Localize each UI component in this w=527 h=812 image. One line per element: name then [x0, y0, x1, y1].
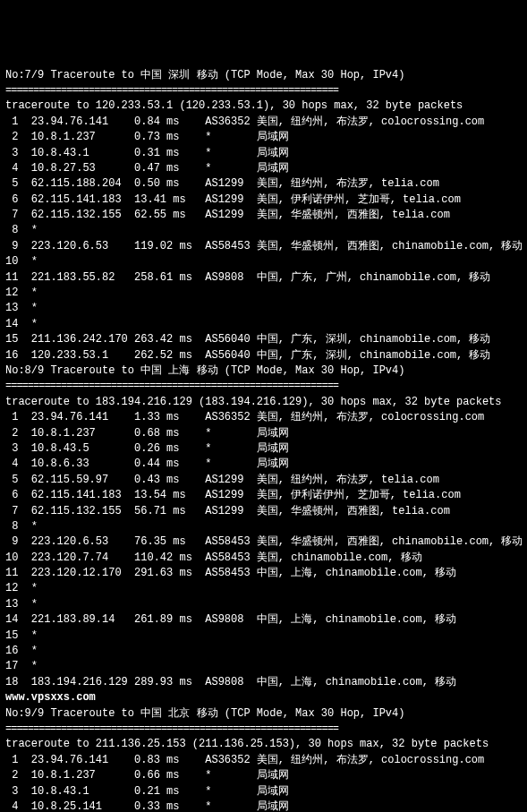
traceroute-hop: 1 23.94.76.141 0.84 ms AS36352 美国, 纽约州, …	[5, 115, 522, 130]
traceroute-hop: 12 *	[5, 286, 522, 301]
traceroute-hop: 17 *	[5, 659, 522, 674]
traceroute-hop: 18 183.194.216.129 289.93 ms AS9808 中国, …	[5, 675, 522, 690]
traceroute-hop: 16 120.233.53.1 262.52 ms AS56040 中国, 广东…	[5, 348, 522, 363]
traceroute-hop: 12 *	[5, 581, 522, 596]
traceroute-hop: 7 62.115.132.155 62.55 ms AS1299 美国, 华盛顿…	[5, 208, 522, 223]
traceroute-hop: 5 62.115.59.97 0.43 ms AS1299 美国, 纽约州, 布…	[5, 473, 522, 488]
traceroute-hop: 15 211.136.242.170 263.42 ms AS56040 中国,…	[5, 332, 522, 347]
traceroute-hop: 2 10.8.1.237 0.73 ms * 局域网	[5, 130, 522, 145]
traceroute-hop: 2 10.8.1.237 0.66 ms * 局域网	[5, 768, 522, 783]
separator: ========================================…	[5, 83, 522, 98]
watermark: www.vpsxxs.com	[5, 690, 522, 705]
traceroute-hop: 4 10.8.6.33 0.44 ms * 局域网	[5, 457, 522, 472]
traceroute-hop: 16 *	[5, 644, 522, 659]
traceroute-hop: 2 10.8.1.237 0.68 ms * 局域网	[5, 426, 522, 441]
traceroute-hop: 3 10.8.43.5 0.26 ms * 局域网	[5, 441, 522, 457]
separator: ========================================…	[5, 722, 522, 737]
traceroute-hop: 9 223.120.6.53 76.35 ms AS58453 美国, 华盛顿州…	[5, 534, 522, 550]
traceroute-hop: 1 23.94.76.141 1.33 ms AS36352 美国, 纽约州, …	[5, 410, 522, 425]
traceroute-hop: 6 62.115.141.183 13.54 ms AS1299 美国, 伊利诺…	[5, 488, 522, 503]
traceroute-hop: 1 23.94.76.141 0.83 ms AS36352 美国, 纽约州, …	[5, 753, 522, 768]
traceroute-hop: 6 62.115.141.183 13.41 ms AS1299 美国, 伊利诺…	[5, 192, 522, 208]
traceroute-title: No:7/9 Traceroute to 中国 深圳 移动 (TCP Mode,…	[5, 68, 522, 83]
traceroute-hop: 14 221.183.89.14 261.89 ms AS9808 中国, 上海…	[5, 612, 522, 628]
traceroute-hop: 8 *	[5, 223, 522, 238]
traceroute-hop: 11 221.183.55.82 258.61 ms AS9808 中国, 广东…	[5, 270, 522, 286]
traceroute-hop: 7 62.115.132.155 56.71 ms AS1299 美国, 华盛顿…	[5, 504, 522, 519]
traceroute-hop: 8 *	[5, 519, 522, 534]
traceroute-hop: 15 *	[5, 628, 522, 644]
traceroute-hop: 10 *	[5, 254, 522, 269]
traceroute-title: No:8/9 Traceroute to 中国 上海 移动 (TCP Mode,…	[5, 363, 522, 379]
traceroute-hop: 9 223.120.6.53 119.02 ms AS58453 美国, 华盛顿…	[5, 239, 522, 254]
traceroute-hop: 13 *	[5, 597, 522, 612]
traceroute-hop: 3 10.8.43.1 0.31 ms * 局域网	[5, 146, 522, 161]
separator: ========================================…	[5, 379, 522, 394]
traceroute-header: traceroute to 211.136.25.153 (211.136.25…	[5, 737, 522, 752]
traceroute-hop: 10 223.120.7.74 110.42 ms AS58453 美国, ch…	[5, 551, 522, 566]
traceroute-hop: 14 *	[5, 317, 522, 332]
traceroute-hop: 5 62.115.188.204 0.50 ms AS1299 美国, 纽约州,…	[5, 176, 522, 192]
traceroute-header: traceroute to 183.194.216.129 (183.194.2…	[5, 395, 522, 410]
traceroute-hop: 13 *	[5, 301, 522, 316]
traceroute-hop: 11 223.120.12.170 291.63 ms AS58453 中国, …	[5, 566, 522, 581]
traceroute-hop: 3 10.8.43.1 0.21 ms * 局域网	[5, 784, 522, 799]
traceroute-hop: 4 10.8.25.141 0.33 ms * 局域网	[5, 799, 522, 812]
traceroute-title: No:9/9 Traceroute to 中国 北京 移动 (TCP Mode,…	[5, 706, 522, 722]
terminal-output: No:7/9 Traceroute to 中国 深圳 移动 (TCP Mode,…	[5, 68, 522, 812]
traceroute-hop: 4 10.8.27.53 0.47 ms * 局域网	[5, 161, 522, 176]
traceroute-header: traceroute to 120.233.53.1 (120.233.53.1…	[5, 98, 522, 114]
